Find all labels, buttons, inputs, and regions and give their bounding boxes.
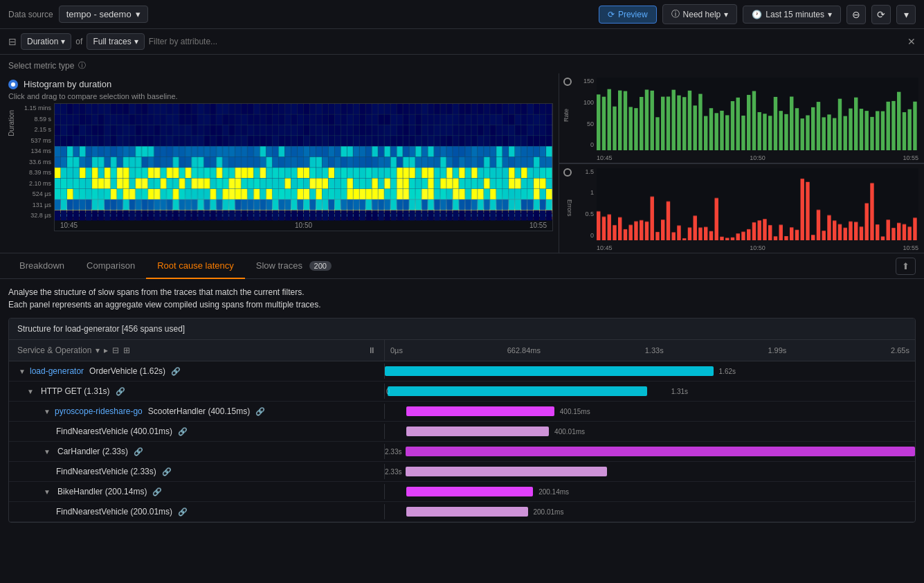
link-icon-5[interactable]: 🔗: [162, 467, 172, 476]
refresh-button[interactable]: ⟳: [871, 5, 891, 24]
histogram-x-axis: 10:45 10:50 10:55: [55, 220, 552, 231]
analyse-text-line2: Each panel represents an aggregate view …: [8, 300, 916, 310]
rate-label: Rate: [563, 109, 570, 122]
bar-4: [406, 447, 915, 456]
op-name-6: BikeHandler (200.14ms): [57, 487, 147, 496]
service-cell-6: ▼ BikeHandler (200.14ms) 🔗: [9, 484, 385, 499]
col-expand-icon[interactable]: ▾: [96, 346, 100, 355]
service-cell-1: ▼ HTTP GET (1.31s) 🔗: [9, 384, 385, 399]
row-chevron-1[interactable]: ▼: [26, 388, 35, 395]
rate-chart: 150 100 50 0 Rate 10:45 10:50 10:55: [559, 73, 924, 163]
filter-bar: ⊟ Duration ▾ of Full traces ▾ ✕: [0, 29, 924, 55]
time-range-button[interactable]: 🕐 Last 15 minutes ▾: [743, 6, 841, 24]
op-name-7: FindNearestVehicle (200.01ms): [56, 507, 172, 517]
link-icon-1[interactable]: 🔗: [116, 387, 125, 396]
histogram-title: Histogram by duration: [24, 79, 111, 89]
col-resize-icon[interactable]: ⏸: [368, 346, 376, 355]
tabs-bar: Breakdown Comparison Root cause latency …: [0, 253, 924, 279]
datasource-label: Data source: [8, 10, 53, 19]
preview-icon: ⟳: [608, 10, 615, 19]
datasource-chevron-icon: ▾: [136, 9, 141, 19]
link-icon-3[interactable]: 🔗: [178, 427, 188, 436]
rate-bars-area: [597, 78, 918, 150]
filter-of-label: of: [75, 37, 82, 46]
col-expand-all-icon[interactable]: ⊞: [123, 346, 130, 355]
trace-type-chevron-icon: ▾: [134, 37, 138, 46]
tabs-right: ⬆: [896, 258, 916, 275]
bar-duration-1: 1.31s: [671, 388, 688, 395]
row-chevron-6[interactable]: ▼: [42, 488, 52, 496]
help-icon: ⓘ: [671, 8, 680, 20]
row-chevron-0[interactable]: ▼: [17, 368, 27, 375]
link-icon-6[interactable]: 🔗: [152, 487, 162, 496]
link-icon-2[interactable]: 🔗: [255, 407, 265, 416]
tab-comparison[interactable]: Comparison: [75, 253, 146, 279]
link-icon-4[interactable]: 🔗: [134, 447, 143, 456]
trace-table-header: Service & Operation ▾ ▸ ⊟ ⊞ ⏸ 0µs 662.84…: [9, 340, 915, 361]
bar-0: [385, 366, 714, 376]
zoom-out-icon: ⊖: [852, 9, 860, 20]
bar-2: [406, 406, 554, 416]
error-y-axis: 1.5 1 0.5 0: [574, 168, 594, 240]
timeline-cell-0: 1.62s: [385, 361, 915, 381]
filter-icon: ⊟: [8, 36, 17, 47]
tab-root-cause[interactable]: Root cause latency: [146, 253, 245, 279]
op-name-5: FindNearestVehicle (2.33s): [56, 467, 156, 476]
filter-attribute-input[interactable]: [149, 37, 903, 46]
op-name-0: OrderVehicle (1.62s): [89, 366, 165, 376]
structure-panel: Structure for load-generator [456 spans …: [8, 318, 916, 523]
more-options-button[interactable]: ▾: [896, 5, 916, 24]
bar-duration-0: 1.62s: [719, 368, 736, 375]
svg-rect-2: [55, 214, 552, 217]
table-row: ▼ load-generator OrderVehicle (1.62s) 🔗 …: [9, 361, 915, 382]
op-name-2: ScooterHandler (400.15ms): [148, 406, 250, 416]
timeline-col-header: 0µs 662.84ms 1.33s 1.99s 2.65s: [385, 341, 915, 360]
bar-3: [406, 427, 550, 436]
op-name-4: CarHandler (2.33s): [57, 447, 128, 456]
service-cell-0: ▼ load-generator OrderVehicle (1.62s) 🔗: [9, 364, 385, 379]
link-icon-0[interactable]: 🔗: [171, 367, 181, 376]
trace-type-dropdown[interactable]: Full traces ▾: [87, 33, 144, 50]
clock-icon: 🕐: [752, 10, 762, 19]
slow-traces-badge: 200: [309, 261, 332, 271]
service-cell-7: FindNearestVehicle (200.01ms) 🔗: [9, 504, 385, 519]
col-collapse-icon[interactable]: ⊟: [112, 346, 119, 355]
table-row: ▼ pyroscope-rideshare-go ScooterHandler …: [9, 402, 915, 422]
error-radio[interactable]: [563, 168, 572, 177]
histogram-chart-area[interactable]: 10:45 10:50 10:55: [54, 103, 553, 231]
timeline-cell-2: 400.15ms: [385, 402, 915, 421]
dimension-dropdown[interactable]: Duration ▾: [21, 33, 71, 50]
preview-button[interactable]: ⟳ Preview: [599, 6, 657, 24]
bar-duration-2: 400.15ms: [560, 408, 590, 415]
zoom-out-button[interactable]: ⊖: [846, 5, 866, 24]
row-chevron-2[interactable]: ▼: [42, 408, 52, 415]
table-row: FindNearestVehicle (2.33s) 🔗 2.33s: [9, 462, 915, 482]
bar-7: [406, 507, 528, 517]
top-toolbar: Data source tempo - sedemo ▾ ⟳ Preview ⓘ…: [0, 0, 924, 29]
datasource-select[interactable]: tempo - sedemo ▾: [59, 6, 148, 23]
timeline-cell-5: 2.33s: [385, 462, 915, 481]
datasource-value: tempo - sedemo: [66, 9, 132, 19]
timeline-cell-3: 400.01ms: [385, 422, 915, 441]
content-area: Analyse the structure of slow spans from…: [0, 279, 924, 531]
refresh-icon: ⟳: [877, 9, 885, 20]
row-chevron-4[interactable]: ▼: [42, 448, 52, 456]
error-label: Errors: [566, 199, 573, 217]
op-name-1: HTTP GET (1.31s): [41, 386, 110, 396]
histogram-radio[interactable]: [8, 80, 18, 89]
table-row: FindNearestVehicle (200.01ms) 🔗 200.01ms: [9, 502, 915, 522]
share-button[interactable]: ⬆: [896, 258, 916, 275]
service-name-2: pyroscope-rideshare-go: [55, 406, 143, 416]
tab-slow-traces[interactable]: Slow traces 200: [245, 253, 343, 279]
metric-info-icon[interactable]: ⓘ: [78, 60, 86, 71]
service-name-0: load-generator: [30, 366, 84, 376]
rate-radio[interactable]: [563, 78, 572, 86]
right-charts: 150 100 50 0 Rate 10:45 10:50 10:55: [559, 73, 924, 253]
link-icon-7[interactable]: 🔗: [178, 508, 188, 517]
rate-x-axis: 10:45 10:50 10:55: [597, 154, 918, 161]
col-forward-icon[interactable]: ▸: [104, 346, 108, 355]
svg-rect-1: [55, 209, 552, 213]
filter-clear-button[interactable]: ✕: [907, 36, 916, 47]
tab-breakdown[interactable]: Breakdown: [8, 253, 75, 279]
help-button[interactable]: ⓘ Need help ▾: [662, 4, 738, 24]
